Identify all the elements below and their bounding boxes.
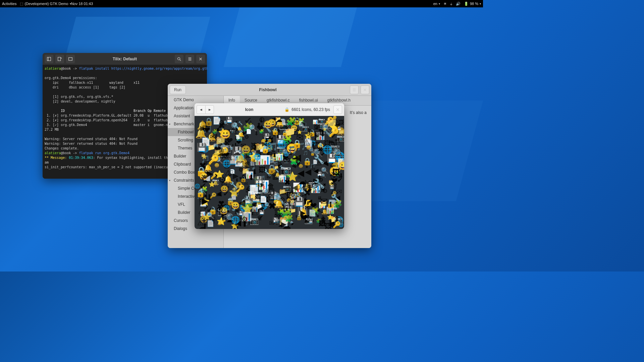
- gtk-demo-titlebar[interactable]: Run Fishbowl: [168, 84, 371, 96]
- fishbowl-icon: ◀: [292, 184, 298, 191]
- terminal-line: Warning: Server returned status 404: Not…: [45, 142, 138, 145]
- fishbowl-icon: 🎵: [303, 151, 308, 156]
- volume-icon[interactable]: 🔊: [456, 2, 461, 6]
- terminal-line: dri dbus access [1] tags [2]: [45, 85, 125, 89]
- sidebar-item-label: Cursors: [174, 218, 188, 223]
- terminal-line: : For syntax highlighting, install th…: [93, 156, 170, 160]
- activities-button[interactable]: Activities: [2, 2, 16, 6]
- fishbowl-icon: ⚙: [290, 192, 295, 197]
- fishbowl-icon: ❤: [202, 174, 208, 181]
- brightness-icon[interactable]: ☀: [443, 2, 447, 6]
- fishbowl-icon: 💾: [238, 211, 244, 215]
- app-menu[interactable]: ⬚ (Development) GTK Demo ▾: [20, 2, 71, 6]
- hamburger-menu-button[interactable]: [185, 55, 194, 63]
- lock-icon[interactable]: 🔒: [284, 107, 289, 112]
- sidebar-item-label: Benchmark: [174, 122, 194, 126]
- fishbowl-icon: ✖: [312, 143, 315, 147]
- fishbowl-icon: ❤: [236, 139, 241, 145]
- fishbowl-titlebar[interactable]: ◂ ▸ Icon 🔒 6601 Icons, 60.23 fps: [195, 103, 344, 116]
- fishbowl-icon: 📷: [275, 218, 281, 224]
- fishbowl-icon: ☁: [217, 149, 225, 158]
- terminal-line: [1] org.gtk.vfs, org.gtk.vfs.*: [45, 95, 113, 99]
- prev-button[interactable]: ◂: [197, 105, 205, 114]
- svg-rect-2: [58, 57, 61, 61]
- fishbowl-icon: ☁: [280, 121, 289, 130]
- terminal-line: 2. [✗] org.freedesktop.Platform.openh264…: [45, 118, 168, 122]
- terminal-line: org.gtk.Demo4 permissions:: [45, 76, 97, 80]
- close-button[interactable]: [196, 55, 205, 63]
- fishbowl-icon: 🔒: [303, 158, 312, 165]
- tilix-add-terminal-button[interactable]: [55, 55, 64, 63]
- fishbowl-icon: ⬆: [319, 216, 327, 225]
- terminal-line: ID Branch Op Remote: [45, 109, 166, 113]
- sidebar-item[interactable]: GTK Demo: [168, 96, 223, 104]
- fishbowl-icon: ✉: [279, 179, 283, 184]
- fishbowl-icon: ⬆: [303, 198, 308, 205]
- clock[interactable]: Nov 18 01:43: [71, 2, 433, 6]
- fishbowl-icon: 🧩: [333, 200, 342, 208]
- fishbowl-icon: ◀: [298, 169, 304, 177]
- fishbowl-icon: ⭐: [322, 127, 327, 131]
- svg-rect-0: [47, 57, 51, 61]
- fishbowl-icon: ⚠: [251, 209, 258, 217]
- fishbowl-canvas: 😀❤⚙📁🔍⭐✔✖📄🔒🌐🖼🎵⬆⬇◀▶🔧💾📷🗑✉⚠ℹ🔑🖥📊🧩🔔☁😀❤⚙📁🔍⭐✔✖📄🔒…: [195, 116, 344, 229]
- fishbowl-icon: ℹ: [296, 156, 298, 163]
- close-button[interactable]: [333, 105, 342, 114]
- fishbowl-icon: 🔒: [282, 131, 288, 135]
- fishbowl-icon: 🗑: [250, 161, 257, 168]
- fishbowl-icon: 📄: [308, 210, 316, 216]
- fishbowl-icon: 🔍: [333, 149, 344, 158]
- fishbowl-icon: 🌐: [322, 146, 332, 154]
- fishbowl-icon: ❤: [218, 200, 224, 207]
- terminal-line: ipc fallback-x11 wayland x11: [45, 81, 140, 84]
- fishbowl-icon: 😀: [306, 146, 311, 149]
- chevron-down-icon: ▾: [480, 2, 481, 5]
- tilix-fullscreen-button[interactable]: [66, 55, 75, 63]
- terminal-line: 01:39:34.063: [69, 156, 93, 160]
- fishbowl-icon: ⚠: [293, 116, 300, 124]
- fishbowl-icon: ⚙: [245, 134, 249, 139]
- next-button[interactable]: ▸: [205, 105, 214, 114]
- close-button[interactable]: [361, 85, 369, 94]
- battery-icon: 🔋: [464, 2, 469, 6]
- fishbowl-icon: 😀: [220, 186, 228, 192]
- terminal-command: flatpak install https://nightly.gnome.or…: [79, 67, 207, 70]
- fishbowl-icon: ℹ: [335, 140, 337, 146]
- fishbowl-icon: ✖: [323, 183, 326, 187]
- prompt-user: alatiera: [45, 151, 61, 155]
- fishbowl-icon: 😀: [338, 162, 344, 170]
- wifi-icon[interactable]: ⏚: [450, 2, 452, 6]
- terminal-line: [2] devel, development, nightly: [45, 100, 115, 103]
- fishbowl-icon: 🖥: [317, 196, 322, 200]
- fishbowl-icon: 📄: [260, 196, 267, 203]
- fishbowl-icon: 📁: [201, 154, 206, 157]
- gtk-demo-title: Fishbowl: [188, 87, 348, 92]
- fishbowl-icon: 🔔: [237, 127, 242, 131]
- input-lang[interactable]: en ▾: [433, 2, 440, 6]
- hamburger-menu-button[interactable]: [350, 85, 359, 94]
- fishbowl-icon: ⚠: [225, 153, 230, 159]
- fishbowl-icon: ⬇: [254, 130, 259, 136]
- fishbowl-icon: ◀: [317, 206, 323, 214]
- fishbowl-icon: 🔑: [266, 139, 272, 144]
- terminal-line: ** Message:: [45, 156, 67, 160]
- terminal-command: flatpak run org.gtk.Demo4: [79, 151, 129, 155]
- run-button[interactable]: Run: [170, 85, 186, 94]
- fishbowl-icon: ▶: [291, 222, 294, 226]
- tilix-titlebar[interactable]: Tilix: Default: [43, 53, 207, 65]
- fishbowl-icon: 🧩: [259, 129, 264, 133]
- fishbowl-icon: 🧩: [285, 215, 293, 222]
- fishbowl-icon: ◀: [291, 163, 296, 169]
- fishbowl-icon: ✉: [284, 157, 290, 164]
- search-button[interactable]: [175, 55, 183, 63]
- app-menu-label: (Development) GTK Demo: [24, 2, 68, 6]
- fishbowl-icon: 🌐: [277, 140, 287, 148]
- fishbowl-icon: 🔍: [321, 174, 326, 178]
- tilix-session-sidebar-button[interactable]: [45, 55, 53, 63]
- input-lang-label: en: [433, 2, 437, 6]
- fishbowl-icon: ✔: [206, 205, 214, 215]
- expand-arrow-icon: ▾: [169, 179, 172, 182]
- fishbowl-icon: 😀: [214, 163, 219, 167]
- battery-indicator[interactable]: 🔋 98 % ▾: [464, 2, 481, 6]
- fishbowl-icon: ⬆: [301, 216, 304, 220]
